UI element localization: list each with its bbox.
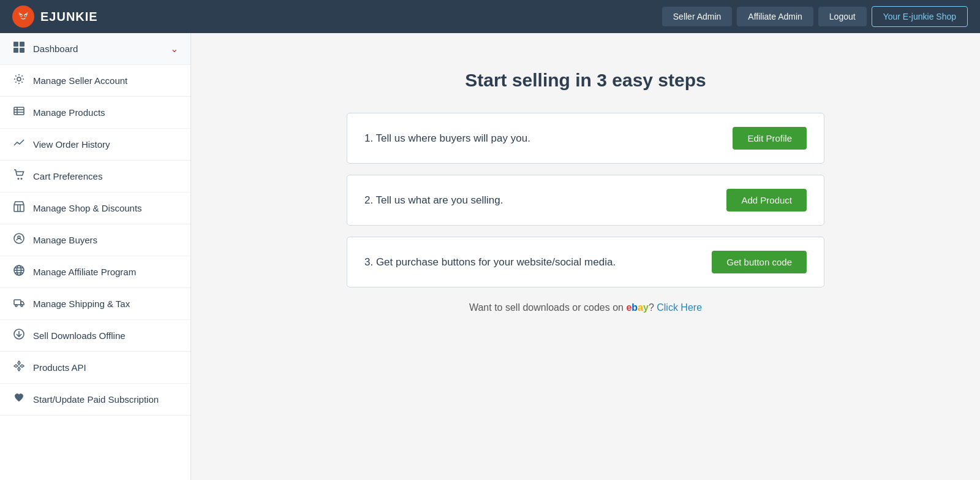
ebay-logo: ebay	[626, 302, 649, 313]
svg-rect-8	[20, 48, 24, 53]
sidebar-item-cart-preferences[interactable]: Cart Preferences	[0, 161, 190, 192]
shop-icon	[12, 201, 26, 215]
logout-button[interactable]: Logout	[818, 7, 867, 26]
ebay-prefix: Want to sell downloads or codes on	[469, 302, 626, 313]
sidebar-item-products-api[interactable]: Products API	[0, 352, 190, 384]
products-icon	[12, 105, 26, 120]
svg-rect-16	[14, 205, 24, 211]
sidebar-item-label: Manage Seller Account	[33, 75, 127, 86]
buyers-icon	[12, 233, 26, 247]
ebay-suffix: ?	[649, 302, 657, 313]
step-2-text: 2. Tell us what are you selling.	[364, 194, 503, 207]
svg-point-15	[21, 178, 23, 180]
shipping-icon	[12, 297, 26, 311]
sidebar-item-label: Dashboard	[33, 44, 78, 54]
svg-rect-26	[14, 300, 21, 305]
sidebar-item-manage-affiliate-program[interactable]: Manage Affiliate Program	[0, 256, 190, 288]
sidebar-item-label: Manage Shop & Discounts	[33, 203, 142, 213]
svg-rect-6	[20, 42, 24, 47]
add-product-button[interactable]: Add Product	[726, 189, 807, 211]
svg-rect-10	[14, 107, 24, 115]
dashboard-icon	[12, 42, 26, 56]
get-button-code-button[interactable]: Get button code	[712, 251, 807, 273]
affiliate-admin-button[interactable]: Affiliate Admin	[737, 7, 813, 26]
main-content: Start selling in 3 easy steps 1. Tell us…	[191, 33, 980, 480]
edit-profile-button[interactable]: Edit Profile	[733, 127, 807, 150]
step-3-text: 3. Get purchase buttons for your website…	[364, 256, 616, 269]
svg-rect-5	[13, 42, 18, 47]
sidebar-item-label: Manage Affiliate Program	[33, 267, 136, 277]
download-icon	[12, 329, 26, 343]
svg-point-0	[17, 10, 29, 23]
gear-icon	[12, 74, 26, 88]
logo: EJUNKIE	[12, 6, 662, 28]
svg-point-4	[25, 15, 26, 17]
sidebar-item-manage-products[interactable]: Manage Products	[0, 97, 190, 129]
sidebar-item-label: Sell Downloads Offline	[33, 330, 126, 341]
sidebar-item-manage-shop-discounts[interactable]: Manage Shop & Discounts	[0, 192, 190, 224]
svg-point-9	[17, 77, 21, 81]
ebay-line: Want to sell downloads or codes on ebay?…	[347, 302, 824, 313]
heart-icon	[12, 392, 26, 406]
step-1-row: 1. Tell us where buyers will pay you. Ed…	[347, 113, 824, 164]
your-shop-button[interactable]: Your E-junkie Shop	[872, 6, 968, 27]
header: EJUNKIE Seller Admin Affiliate Admin Log…	[0, 0, 980, 33]
svg-point-20	[18, 236, 20, 238]
sidebar-item-label: Manage Buyers	[33, 235, 97, 245]
sidebar-item-manage-shipping-tax[interactable]: Manage Shipping & Tax	[0, 288, 190, 320]
sidebar-item-label: Start/Update Paid Subscription	[33, 394, 159, 405]
logo-icon	[12, 6, 34, 28]
chart-icon	[12, 137, 26, 151]
sidebar-item-label: View Order History	[33, 139, 110, 150]
sidebar-item-manage-seller-account[interactable]: Manage Seller Account	[0, 65, 190, 97]
step-1-text: 1. Tell us where buyers will pay you.	[364, 132, 530, 145]
logo-text: EJUNKIE	[40, 10, 98, 24]
step-3-row: 3. Get purchase buttons for your website…	[347, 237, 824, 288]
cart-icon	[12, 169, 26, 183]
click-here-link[interactable]: Click Here	[657, 302, 702, 313]
svg-point-3	[21, 15, 22, 17]
affiliate-icon	[12, 265, 26, 279]
sidebar-item-start-subscription[interactable]: Start/Update Paid Subscription	[0, 384, 190, 416]
sidebar: Dashboard ⌄ Manage Seller Account Manage…	[0, 33, 191, 480]
sidebar-item-label: Manage Shipping & Tax	[33, 299, 130, 309]
step-2-row: 2. Tell us what are you selling. Add Pro…	[347, 175, 824, 226]
sidebar-item-label: Products API	[33, 362, 86, 373]
layout: Dashboard ⌄ Manage Seller Account Manage…	[0, 33, 980, 480]
svg-rect-7	[13, 48, 18, 53]
svg-point-14	[18, 178, 20, 180]
content-box: Start selling in 3 easy steps 1. Tell us…	[347, 70, 824, 313]
svg-point-27	[15, 305, 17, 307]
svg-point-28	[21, 305, 23, 307]
header-nav: Seller Admin Affiliate Admin Logout Your…	[662, 6, 968, 27]
sidebar-item-label: Cart Preferences	[33, 171, 102, 181]
sidebar-item-manage-buyers[interactable]: Manage Buyers	[0, 224, 190, 256]
page-title: Start selling in 3 easy steps	[347, 70, 824, 91]
api-icon	[12, 360, 26, 375]
seller-admin-button[interactable]: Seller Admin	[662, 7, 733, 26]
chevron-down-icon: ⌄	[170, 43, 178, 55]
sidebar-item-label: Manage Products	[33, 107, 105, 118]
sidebar-item-sell-downloads-offline[interactable]: Sell Downloads Offline	[0, 320, 190, 352]
sidebar-item-view-order-history[interactable]: View Order History	[0, 129, 190, 161]
sidebar-item-dashboard[interactable]: Dashboard ⌄	[0, 33, 190, 65]
